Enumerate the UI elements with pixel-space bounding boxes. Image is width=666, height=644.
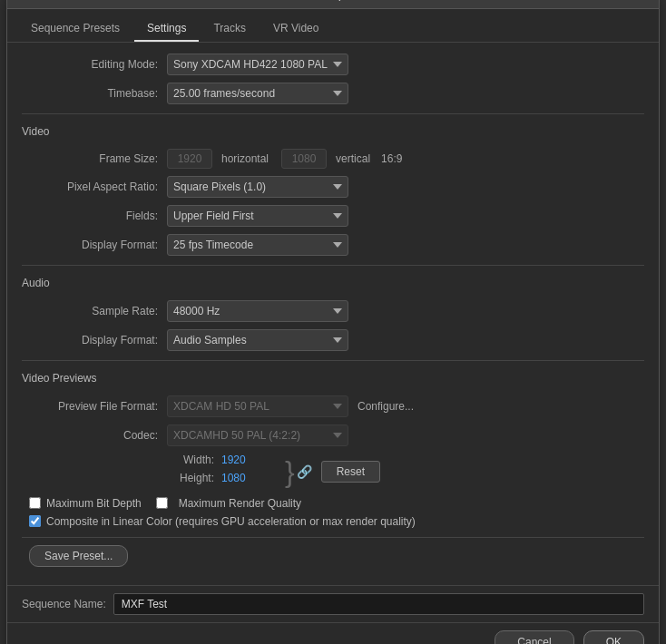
editing-mode-row: Editing Mode: Sony XDCAM HD422 1080 PAL [22, 54, 644, 75]
preview-file-format-label: Preview File Format: [22, 400, 167, 413]
vertical-label: vertical [336, 152, 370, 165]
sample-rate-label: Sample Rate: [22, 305, 167, 317]
pixel-aspect-ratio-label: Pixel Aspect Ratio: [22, 181, 167, 193]
timebase-row: Timebase: 25.00 frames/second [22, 83, 644, 104]
horizontal-label: horizontal [221, 152, 269, 165]
video-previews-header: Video Previews [22, 372, 644, 388]
frame-size-label: Frame Size: [22, 152, 167, 165]
editing-mode-label: Editing Mode: [22, 58, 167, 71]
sample-rate-row: Sample Rate: 48000 Hz [22, 300, 644, 322]
width-row: Width: 1920 [176, 454, 276, 466]
preview-file-format-select[interactable]: XDCAM HD 50 PAL [167, 395, 348, 417]
frame-size-h-input [167, 149, 212, 169]
save-preset-area: Save Preset... [22, 537, 644, 574]
max-bit-depth-row: Maximum Bit Depth Maximum Render Quality [29, 497, 644, 510]
audio-divider [22, 265, 644, 266]
frame-size-v-input [281, 149, 327, 169]
tab-vr-video[interactable]: VR Video [260, 16, 331, 42]
sequence-name-input[interactable] [113, 593, 644, 615]
height-row: Height: 1080 [176, 472, 276, 484]
codec-select[interactable]: XDCAMHD 50 PAL (4:2:2) [167, 424, 348, 446]
video-section-header: Video [22, 125, 644, 141]
frame-size-row: Frame Size: horizontal vertical 16:9 [22, 149, 644, 169]
codec-row: Codec: XDCAMHD 50 PAL (4:2:2) [22, 424, 644, 446]
height-label: Height: [176, 472, 221, 484]
max-bit-depth-label: Maximum Bit Depth [46, 497, 142, 510]
video-divider [22, 113, 644, 114]
codec-label: Codec: [22, 429, 167, 442]
display-format-video-row: Display Format: 25 fps Timecode [22, 234, 644, 256]
pixel-aspect-ratio-select[interactable]: Square Pixels (1.0) [167, 176, 348, 198]
height-value: 1080 [221, 472, 276, 484]
display-format-audio-row: Display Format: Audio Samples [22, 329, 644, 351]
display-format-audio-select[interactable]: Audio Samples [167, 329, 348, 351]
composite-linear-checkbox[interactable] [29, 515, 41, 527]
max-render-quality-checkbox[interactable] [156, 497, 168, 509]
aspect-ratio: 16:9 [381, 152, 402, 165]
configure-button[interactable]: Configure... [357, 400, 414, 413]
dialog-title: New Sequence [7, 0, 659, 9]
link-icon-area: } 🔗 [285, 457, 312, 486]
width-value: 1920 [221, 454, 276, 466]
timebase-select[interactable]: 25.00 frames/second [167, 83, 348, 104]
sample-rate-select[interactable]: 48000 Hz [167, 300, 348, 322]
max-render-quality-label: Maximum Render Quality [179, 497, 301, 510]
wh-fields: Width: 1920 Height: 1080 [176, 454, 276, 490]
audio-section-header: Audio [22, 277, 644, 293]
display-format-video-label: Display Format: [22, 239, 167, 251]
save-preset-button[interactable]: Save Preset... [29, 545, 128, 567]
composite-linear-row: Composite in Linear Color (requires GPU … [29, 515, 644, 528]
sequence-name-label: Sequence Name: [22, 598, 106, 610]
bracket-icon: } [285, 457, 295, 486]
title-text: New Sequence [293, 0, 373, 1]
footer-buttons: Cancel OK [7, 622, 659, 645]
timebase-label: Timebase: [22, 87, 167, 100]
checkboxes-area: Maximum Bit Depth Maximum Render Quality… [29, 497, 644, 528]
video-previews-divider [22, 360, 644, 361]
width-height-area: Width: 1920 Height: 1080 } 🔗 Reset [176, 454, 644, 490]
tab-bar: Sequence Presets Settings Tracks VR Vide… [7, 9, 659, 43]
fields-select[interactable]: Upper Field First [167, 205, 348, 227]
chain-icon: 🔗 [297, 464, 312, 479]
editing-mode-select[interactable]: Sony XDCAM HD422 1080 PAL [167, 54, 348, 75]
display-format-audio-label: Display Format: [22, 334, 167, 346]
cancel-button[interactable]: Cancel [495, 630, 573, 645]
width-label: Width: [176, 454, 221, 466]
preview-file-format-row: Preview File Format: XDCAM HD 50 PAL Con… [22, 395, 644, 417]
max-bit-depth-checkbox[interactable] [29, 497, 41, 509]
tab-tracks[interactable]: Tracks [201, 16, 259, 42]
pixel-aspect-ratio-row: Pixel Aspect Ratio: Square Pixels (1.0) [22, 176, 644, 198]
tab-sequence-presets[interactable]: Sequence Presets [18, 16, 132, 42]
fields-row: Fields: Upper Field First [22, 205, 644, 227]
fields-label: Fields: [22, 210, 167, 222]
settings-content: Editing Mode: Sony XDCAM HD422 1080 PAL … [7, 43, 659, 585]
composite-linear-label: Composite in Linear Color (requires GPU … [46, 515, 416, 528]
tab-settings[interactable]: Settings [134, 16, 199, 42]
new-sequence-dialog: New Sequence Sequence Presets Settings T… [6, 0, 660, 644]
ok-button[interactable]: OK [583, 630, 644, 645]
display-format-video-select[interactable]: 25 fps Timecode [167, 234, 348, 256]
reset-button[interactable]: Reset [321, 461, 380, 483]
sequence-name-row: Sequence Name: [7, 585, 659, 622]
